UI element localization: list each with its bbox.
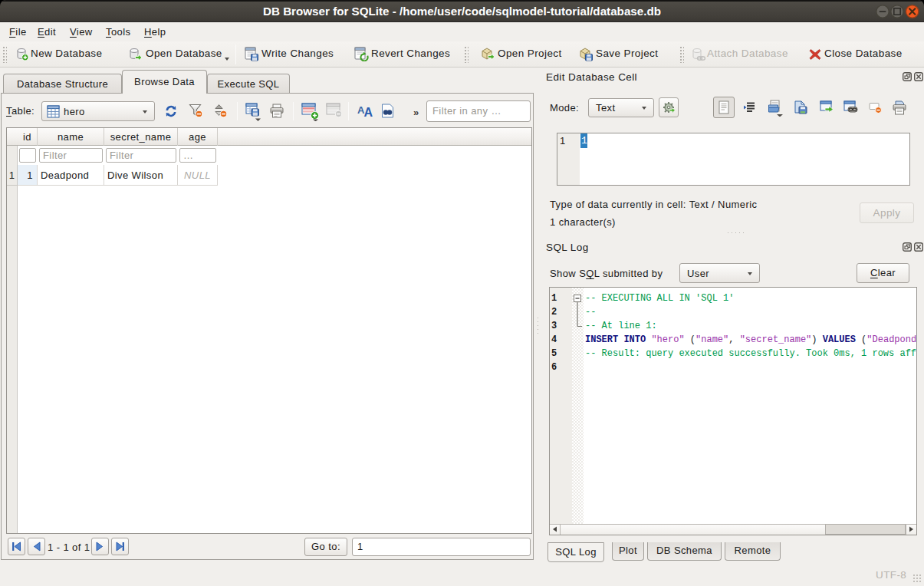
svg-text:A: A <box>364 106 373 117</box>
